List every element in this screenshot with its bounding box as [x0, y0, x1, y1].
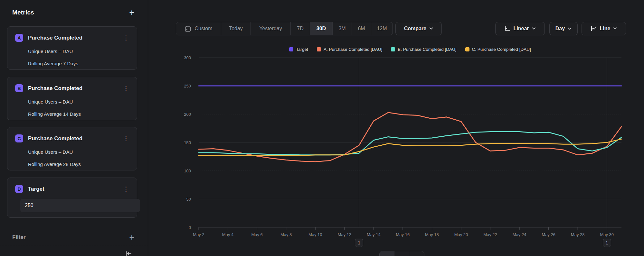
metric-title: Purchase Completed [28, 85, 122, 92]
metric-title: Purchase Completed [28, 135, 122, 142]
target-value-input[interactable] [20, 199, 140, 212]
annotation-badge[interactable]: 1 [355, 239, 363, 247]
plus-icon: + [129, 8, 134, 17]
x-tick-label: May 8 [280, 232, 292, 237]
collapse-left-icon [124, 250, 133, 256]
kebab-menu-icon[interactable]: ⋮ [122, 186, 130, 192]
filter-title: Filter [12, 234, 26, 241]
target-card[interactable]: D Target ⋮ [7, 178, 137, 218]
y-tick-label: 200 [184, 112, 191, 117]
metric-card-head: C Purchase Completed ⋮ [15, 134, 130, 142]
y-tick-label: 50 [186, 197, 191, 202]
target-title: Target [28, 186, 122, 192]
add-filter-button[interactable]: + [128, 234, 135, 241]
x-tick-label: May 12 [337, 232, 351, 237]
metrics-header: Metrics + [12, 9, 135, 16]
filter-section: Filter + [12, 234, 135, 241]
x-tick-label: May 22 [483, 232, 497, 237]
display-mode-table-button[interactable] [409, 251, 424, 256]
display-mode-split-button[interactable] [394, 251, 409, 256]
metric-measure: Unique Users – DAU [28, 149, 130, 155]
x-tick-label: May 30 [600, 232, 614, 237]
x-tick-label: May 2 [193, 232, 204, 237]
app: { "sidebar": { "title": "Metrics", "filt… [0, 0, 644, 256]
sidebar-divider [0, 246, 148, 246]
x-tick-label: May 16 [396, 232, 410, 237]
x-tick-label: May 14 [367, 232, 381, 237]
chart-svg: 050100150200250300May 2May 4May 6May 8Ma… [148, 0, 644, 256]
y-tick-label: 250 [184, 84, 191, 88]
add-metric-button[interactable]: + [128, 9, 135, 16]
metrics-sidebar: Metrics + A Purchase Completed ⋮ Unique … [0, 0, 148, 256]
target-card-head: D Target ⋮ [15, 185, 130, 193]
x-tick-label: May 4 [222, 232, 233, 237]
x-tick-label: May 24 [513, 232, 526, 237]
x-tick-label: May 20 [454, 232, 468, 237]
x-tick-label: May 10 [308, 232, 322, 237]
kebab-menu-icon[interactable]: ⋮ [122, 35, 130, 41]
metric-badge-d: D [15, 185, 23, 193]
metric-measure: Unique Users – DAU [28, 49, 130, 54]
y-tick-label: 0 [189, 225, 191, 230]
metric-badge-b: B [15, 84, 23, 92]
metric-card-head: B Purchase Completed ⋮ [15, 84, 130, 92]
collapse-sidebar-button[interactable] [124, 250, 133, 256]
metric-badge-c: C [15, 134, 23, 142]
metric-title: Purchase Completed [28, 35, 122, 41]
series-line-bpurchasecom [199, 132, 621, 155]
y-tick-label: 150 [184, 140, 191, 145]
metric-transform: Rolling Average 28 Days [28, 161, 130, 167]
metric-card-c[interactable]: C Purchase Completed ⋮ Unique Users – DA… [7, 127, 137, 170]
x-tick-label: May 18 [425, 232, 439, 237]
y-tick-label: 300 [184, 55, 191, 60]
metric-transform: Rolling Average 14 Days [28, 111, 130, 117]
metric-card-a[interactable]: A Purchase Completed ⋮ Unique Users – DA… [7, 26, 137, 70]
metric-card-b[interactable]: B Purchase Completed ⋮ Unique Users – DA… [7, 77, 137, 120]
series-line-cpurchasecom [199, 139, 621, 155]
metric-card-head: A Purchase Completed ⋮ [15, 34, 130, 42]
plus-icon: + [129, 233, 134, 242]
x-tick-label: May 6 [251, 232, 262, 237]
metrics-title: Metrics [12, 9, 34, 16]
metric-badge-a: A [15, 34, 23, 42]
annotation-badge[interactable]: 1 [603, 239, 611, 247]
x-tick-label: May 28 [571, 232, 585, 237]
chart-display-toggle [379, 251, 424, 256]
metric-transform: Rolling Average 7 Days [28, 61, 130, 66]
kebab-menu-icon[interactable]: ⋮ [122, 85, 130, 91]
display-mode-chart-button[interactable] [380, 251, 394, 256]
kebab-menu-icon[interactable]: ⋮ [122, 135, 130, 142]
x-tick-label: May 26 [542, 232, 555, 237]
metric-measure: Unique Users – DAU [28, 99, 130, 105]
y-tick-label: 100 [184, 169, 191, 173]
